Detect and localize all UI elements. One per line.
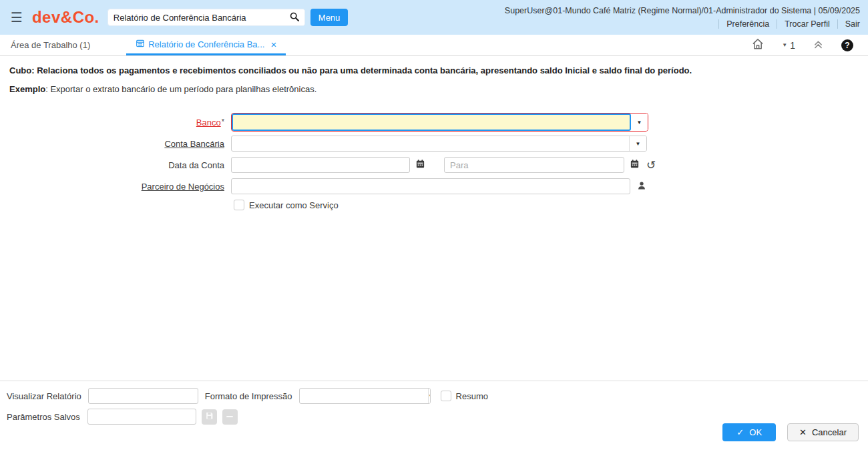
delete-parameters-button[interactable] <box>222 409 238 425</box>
executar-servico-checkbox[interactable] <box>234 200 244 210</box>
parceiro-negocios-input[interactable] <box>231 178 630 194</box>
banco-label-wrap: Banco* <box>9 118 231 128</box>
minus-icon <box>226 416 233 418</box>
conta-bancaria-combobox: ▼ <box>231 136 647 152</box>
banco-input[interactable] <box>232 114 631 131</box>
search-button[interactable] <box>284 9 304 26</box>
exemplo-label: Exemplo <box>9 84 45 94</box>
save-icon <box>205 411 214 422</box>
link-sair[interactable]: Sair <box>837 19 860 29</box>
chevron-down-icon: ▼ <box>782 42 787 48</box>
data-inicial-input[interactable] <box>231 157 410 173</box>
formato-impressao-select: ▼ <box>299 388 431 404</box>
data-da-conta-label: Data da Conta <box>9 160 231 170</box>
home-icon <box>751 37 765 53</box>
tab-active-label: Relatório de Conferência Ba... <box>148 39 264 49</box>
home-button[interactable] <box>751 37 765 53</box>
data-final-calendar-button[interactable] <box>630 159 640 171</box>
resumo-checkbox[interactable] <box>441 391 451 401</box>
user-info-text: SuperUser@01-Mundo Café Matriz (Regime N… <box>505 6 860 15</box>
app-logo: dev&Co. <box>32 8 99 27</box>
link-trocar-perfil[interactable]: Trocar Perfil <box>777 19 837 29</box>
save-parameters-button[interactable] <box>202 409 217 425</box>
cancel-button-label: Cancelar <box>812 427 847 437</box>
data-inicial-calendar-button[interactable] <box>415 159 425 171</box>
tab-count-value: 1 <box>790 40 795 51</box>
footer-row-output: Visualizar Relatório ▼ Formato de Impres… <box>7 388 488 404</box>
tab-relatorio-conferencia[interactable]: Relatório de Conferência Ba... × <box>126 35 286 55</box>
formato-impressao-input[interactable] <box>300 389 428 403</box>
chevron-down-icon: ▼ <box>637 120 642 126</box>
conta-bancaria-input[interactable] <box>232 136 629 151</box>
report-parameters-panel: Cubo: Relaciona todos os pagamentos e re… <box>0 56 868 210</box>
link-preferencia[interactable]: Preferência <box>718 19 777 29</box>
check-icon: ✓ <box>736 428 744 437</box>
session-info: SuperUser@01-Mundo Café Matriz (Regime N… <box>505 6 860 29</box>
visualizar-relatorio-label: Visualizar Relatório <box>7 391 81 401</box>
row-conta-bancaria: Conta Bancária ▼ <box>9 136 859 152</box>
banco-dropdown-button[interactable]: ▼ <box>631 114 648 131</box>
date-history-button[interactable]: ↺ <box>646 160 656 171</box>
menu-button[interactable]: Menu <box>310 9 349 26</box>
footer-row-parameters: Parâmetros Salvos ▼ <box>7 409 238 425</box>
report-icon <box>136 39 145 50</box>
parametros-salvos-input[interactable] <box>88 409 196 424</box>
search-icon <box>289 11 300 24</box>
x-icon: ✕ <box>799 428 807 437</box>
ok-button[interactable]: ✓ OK <box>722 423 776 441</box>
ok-button-label: OK <box>749 427 762 437</box>
row-parceiro-negocios: Parceiro de Negócios <box>9 178 859 194</box>
required-marker: * <box>222 118 224 126</box>
global-search <box>107 9 305 26</box>
top-header: ☰ dev&Co. Menu SuperUser@01-Mundo Café M… <box>0 0 868 35</box>
chevron-down-icon: ▼ <box>636 141 641 147</box>
exemplo-description: Exemplo: Exportar o extrato bancário de … <box>9 84 859 94</box>
formato-impressao-dropdown-button[interactable]: ▼ <box>428 389 431 403</box>
cancel-button[interactable]: ✕ Cancelar <box>787 423 859 441</box>
parceiro-lookup-button[interactable] <box>637 181 646 192</box>
tabbar-actions: ▼ 1 ? <box>751 35 860 55</box>
visualizar-relatorio-select: ▼ <box>88 388 198 404</box>
chevron-down-icon: ▼ <box>429 393 431 399</box>
double-chevron-up-icon <box>813 39 824 52</box>
tab-bar: Área de Trabalho (1) Relatório de Confer… <box>0 35 868 56</box>
exemplo-text: : Exportar o extrato bancário de um perí… <box>45 84 316 94</box>
parametros-salvos-label: Parâmetros Salvos <box>7 412 80 422</box>
hamburger-menu-icon[interactable]: ☰ <box>8 9 25 25</box>
collapse-all-button[interactable] <box>813 39 824 52</box>
history-icon: ↺ <box>646 160 656 171</box>
parametros-salvos-select: ▼ <box>87 409 196 425</box>
person-icon <box>637 181 646 192</box>
app-window: ☰ dev&Co. Menu SuperUser@01-Mundo Café M… <box>0 0 868 450</box>
visualizar-relatorio-input[interactable] <box>89 389 198 403</box>
tab-count-selector[interactable]: ▼ 1 <box>782 40 795 51</box>
tab-workspace-label: Área de Trabalho (1) <box>11 40 90 50</box>
data-final-input[interactable] <box>444 157 624 173</box>
calendar-icon <box>630 159 640 171</box>
row-banco: Banco* ▼ <box>9 113 859 132</box>
parceiro-negocios-label[interactable]: Parceiro de Negócios <box>9 182 231 192</box>
parameters-form: Banco* ▼ Conta Bancária ▼ <box>9 113 859 210</box>
help-icon[interactable]: ? <box>841 39 853 51</box>
conta-bancaria-dropdown-button[interactable]: ▼ <box>629 136 646 151</box>
resumo-label: Resumo <box>456 391 488 401</box>
executar-servico-label: Executar como Serviço <box>249 200 339 210</box>
report-footer: Visualizar Relatório ▼ Formato de Impres… <box>0 381 868 450</box>
formato-impressao-label: Formato de Impressão <box>205 391 292 401</box>
session-links: Preferência Trocar Perfil Sair <box>505 19 860 29</box>
banco-combobox: ▼ <box>231 113 648 132</box>
close-tab-icon[interactable]: × <box>270 39 276 49</box>
banco-label[interactable]: Banco <box>196 118 221 128</box>
cubo-description: Cubo: Relaciona todos os pagamentos e re… <box>9 65 859 75</box>
tab-area-de-trabalho[interactable]: Área de Trabalho (1) <box>8 35 93 55</box>
conta-bancaria-label[interactable]: Conta Bancária <box>9 139 231 149</box>
footer-actions: ✓ OK ✕ Cancelar <box>722 423 859 441</box>
row-executar-servico: Executar como Serviço <box>9 200 859 210</box>
calendar-icon <box>415 159 425 171</box>
search-input[interactable] <box>108 9 284 25</box>
row-data-da-conta: Data da Conta <box>9 157 859 173</box>
